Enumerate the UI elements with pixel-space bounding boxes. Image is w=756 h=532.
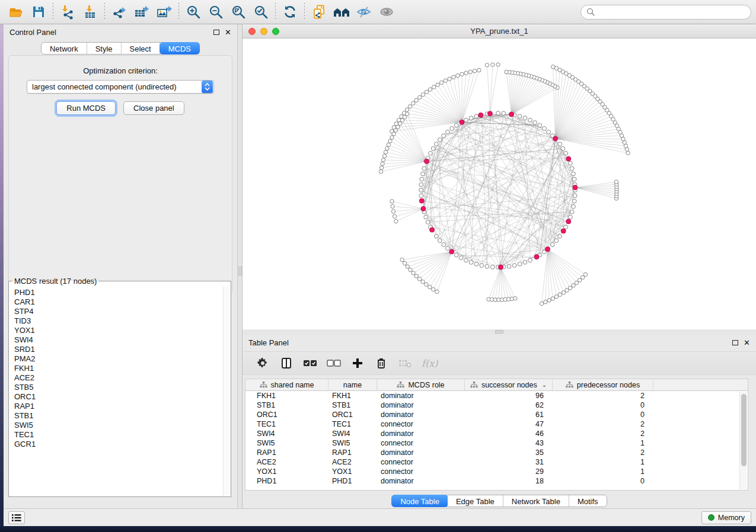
mcds-result-item[interactable]: SWI5 bbox=[14, 421, 222, 430]
table-row[interactable]: SWI4SWI4dominator462 bbox=[245, 429, 748, 438]
save-session-icon[interactable] bbox=[27, 2, 50, 22]
mcds-result-item[interactable]: ORC1 bbox=[14, 392, 222, 402]
mcds-result-item[interactable]: RAP1 bbox=[14, 402, 222, 411]
mcds-result-item[interactable]: STP4 bbox=[14, 307, 222, 316]
column-header-name[interactable]: name bbox=[328, 379, 377, 390]
table-cell: ORC1 bbox=[328, 410, 377, 419]
run-mcds-button[interactable]: Run MCDS bbox=[56, 101, 116, 115]
close-panel-button[interactable]: Close panel bbox=[123, 101, 184, 115]
show-all-icon[interactable] bbox=[375, 2, 398, 22]
mcds-result-item[interactable]: GCR1 bbox=[14, 440, 222, 449]
mcds-result-item[interactable]: CAR1 bbox=[14, 297, 222, 307]
copy-network-share-icon[interactable] bbox=[308, 2, 330, 22]
table-tab-motifs[interactable]: Motifs bbox=[569, 495, 607, 507]
table-tab-edge-table[interactable]: Edge Table bbox=[448, 495, 503, 507]
column-header-predecessor-nodes[interactable]: predecessor nodes bbox=[553, 379, 653, 390]
vertical-splitter[interactable] bbox=[237, 24, 243, 508]
vertical-splitter-handle[interactable] bbox=[238, 267, 242, 275]
table-row[interactable]: PHD1PHD1dominator180 bbox=[245, 476, 748, 486]
zoom-out-icon[interactable] bbox=[205, 2, 227, 22]
horizontal-splitter[interactable] bbox=[243, 329, 756, 335]
table-scrollbar-thumb[interactable] bbox=[741, 394, 747, 466]
unselect-all-rows-icon[interactable] bbox=[327, 356, 341, 370]
hide-selected-icon[interactable] bbox=[353, 2, 375, 22]
mcds-result-item[interactable]: TEC1 bbox=[14, 430, 222, 440]
table-row[interactable]: STB1STB1dominator620 bbox=[245, 400, 748, 410]
table-cell: 96 bbox=[465, 391, 553, 400]
search-input[interactable] bbox=[598, 8, 745, 17]
zoom-fit-icon[interactable] bbox=[227, 2, 250, 22]
tab-select[interactable]: Select bbox=[122, 43, 160, 54]
tab-network[interactable]: Network bbox=[42, 43, 87, 54]
import-network-icon[interactable] bbox=[56, 2, 79, 22]
task-history-button[interactable] bbox=[8, 511, 25, 524]
mcds-result-item[interactable]: ACE2 bbox=[14, 373, 222, 383]
mcds-result-item[interactable]: STB1 bbox=[14, 411, 222, 421]
table-row[interactable]: ACE2ACE2connector311 bbox=[245, 457, 748, 467]
table-tab-network-table[interactable]: Network Table bbox=[503, 495, 569, 507]
mcds-result-item[interactable]: FKH1 bbox=[14, 364, 222, 373]
mcds-result-item[interactable]: SWI4 bbox=[14, 335, 222, 345]
function-builder-icon: f(x) bbox=[422, 358, 438, 369]
table-row[interactable]: SWI5SWI5connector431 bbox=[245, 438, 748, 448]
show-columns-icon[interactable] bbox=[279, 356, 294, 370]
mcds-result-item[interactable]: STB5 bbox=[14, 383, 222, 392]
zoom-selected-icon[interactable] bbox=[250, 2, 272, 22]
export-network-icon[interactable] bbox=[108, 2, 130, 22]
mcds-result-item[interactable]: YOX1 bbox=[14, 326, 222, 335]
first-neighbors-icon[interactable] bbox=[330, 2, 353, 22]
tab-mcds[interactable]: MCDS bbox=[160, 42, 200, 55]
memory-label: Memory bbox=[718, 514, 745, 522]
mcds-result-item[interactable]: SRD1 bbox=[14, 345, 222, 354]
table-cell: STB1 bbox=[328, 400, 377, 410]
float-table-panel-icon[interactable] bbox=[732, 340, 738, 345]
export-image-icon[interactable] bbox=[153, 2, 176, 22]
select-all-rows-icon[interactable] bbox=[303, 356, 317, 370]
table-cell: connector bbox=[377, 438, 465, 448]
table-scrollbar[interactable] bbox=[739, 392, 747, 489]
mcds-result-item[interactable]: PHD1 bbox=[14, 288, 222, 297]
memory-status-icon bbox=[708, 514, 714, 521]
horizontal-splitter-handle[interactable] bbox=[495, 330, 503, 334]
column-header-shared-name[interactable]: shared name bbox=[245, 379, 328, 390]
table-cell: 1 bbox=[553, 457, 653, 467]
column-header-MCDS-role[interactable]: MCDS role bbox=[377, 379, 465, 390]
node-table-header: shared namenameMCDS rolesuccessor nodes⌄… bbox=[245, 379, 748, 391]
table-row[interactable]: YOX1YOX1connector291 bbox=[245, 467, 748, 476]
tab-style[interactable]: Style bbox=[87, 43, 122, 54]
import-table-icon[interactable] bbox=[79, 2, 101, 22]
table-row[interactable]: RAP1RAP1dominator352 bbox=[245, 448, 748, 457]
open-file-icon[interactable] bbox=[5, 2, 27, 22]
close-table-panel-icon[interactable]: ✕ bbox=[744, 339, 750, 347]
float-panel-icon[interactable] bbox=[213, 30, 219, 35]
node-table: shared namenameMCDS rolesuccessor nodes⌄… bbox=[245, 379, 748, 491]
network-view-canvas[interactable] bbox=[243, 39, 756, 329]
table-settings-icon[interactable] bbox=[256, 356, 270, 370]
refresh-view-icon[interactable] bbox=[279, 2, 301, 22]
add-column-icon[interactable] bbox=[350, 356, 365, 370]
criterion-select[interactable]: largest connected component (undirected) bbox=[27, 80, 214, 94]
network-window-titlebar[interactable]: YPA_prune.txt_1 bbox=[243, 24, 756, 39]
app-window: Control Panel ✕ NetworkStyleSelectMCDS O… bbox=[4, 24, 756, 526]
mcds-result-item[interactable]: TID3 bbox=[14, 316, 222, 326]
mcds-result-scrollbar[interactable] bbox=[223, 287, 230, 496]
delete-table-icon bbox=[398, 356, 412, 370]
table-cell: RAP1 bbox=[328, 448, 377, 457]
table-cell: SWI4 bbox=[328, 429, 377, 438]
toolbar-separator bbox=[178, 3, 179, 21]
close-panel-icon[interactable]: ✕ bbox=[225, 28, 231, 36]
column-header-successor-nodes[interactable]: successor nodes⌄ bbox=[465, 379, 553, 390]
mcds-result-item[interactable]: PMA2 bbox=[14, 354, 222, 364]
export-table-icon[interactable] bbox=[130, 2, 153, 22]
delete-columns-icon[interactable] bbox=[374, 356, 388, 370]
mcds-result-list[interactable]: PHD1CAR1STP4TID3YOX1SWI4SRD1PMA2FKH1ACE2… bbox=[9, 287, 222, 496]
table-row[interactable]: TEC1TEC1connector472 bbox=[245, 419, 748, 429]
memory-button[interactable]: Memory bbox=[701, 511, 751, 524]
table-row[interactable]: ORC1ORC1dominator610 bbox=[245, 410, 748, 419]
search-field[interactable] bbox=[580, 5, 751, 20]
table-tab-node-table[interactable]: Node Table bbox=[391, 495, 448, 507]
table-row[interactable]: FKH1FKH1dominator962 bbox=[245, 391, 748, 400]
zoom-in-icon[interactable] bbox=[182, 2, 205, 22]
table-cell: ACE2 bbox=[328, 457, 377, 467]
table-cell: FKH1 bbox=[328, 391, 377, 400]
